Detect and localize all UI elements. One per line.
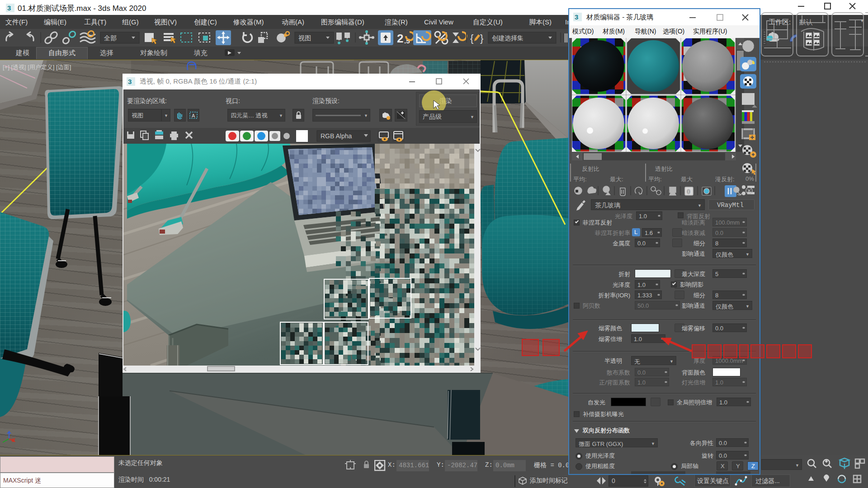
svg-text:3: 3: [128, 78, 132, 85]
svg-text:2: 2: [397, 32, 403, 45]
svg-text:{: {: [470, 33, 473, 44]
svg-text:全部: 全部: [104, 34, 117, 42]
svg-text:视图: 视图: [298, 34, 311, 42]
svg-text:}: }: [480, 33, 483, 44]
svg-text:A: A: [192, 113, 195, 118]
svg-text:RGB Alpha: RGB Alpha: [321, 132, 352, 140]
svg-text:3: 3: [7, 4, 11, 12]
svg-text:创建选择集: 创建选择集: [492, 34, 524, 42]
